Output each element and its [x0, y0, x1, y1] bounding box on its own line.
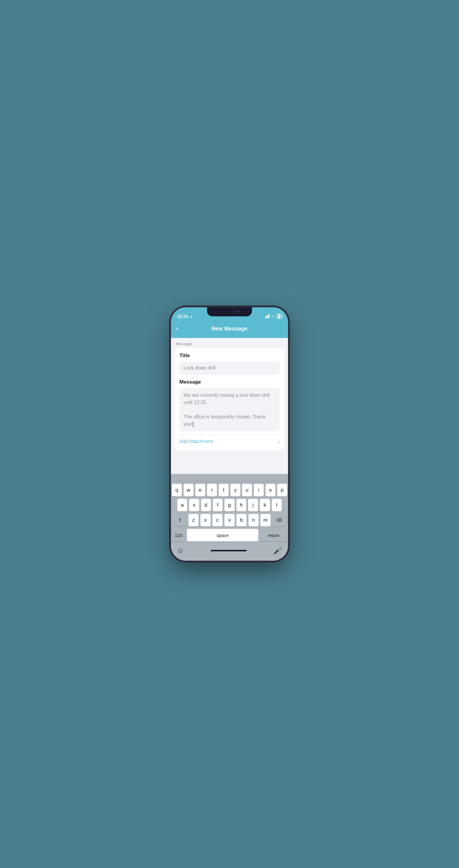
suggestion-center	[227, 477, 232, 479]
mic-icon[interactable]: 🎤	[273, 546, 282, 555]
back-button[interactable]: ‹	[176, 323, 180, 334]
attachment-label[interactable]: Add Attachment	[179, 439, 213, 444]
status-icons: ∿ ▓	[265, 313, 282, 319]
key-r[interactable]: r	[207, 484, 217, 496]
return-key[interactable]: return	[260, 529, 287, 541]
key-o[interactable]: o	[265, 484, 275, 496]
key-k[interactable]: k	[260, 499, 270, 512]
key-u[interactable]: u	[242, 484, 252, 496]
message-label: Message	[179, 379, 280, 385]
suggestion-left	[189, 477, 194, 479]
backspace-key[interactable]: ⌫	[272, 514, 286, 526]
keyboard-suggestions	[172, 476, 287, 482]
key-t[interactable]: t	[219, 484, 229, 496]
number-key[interactable]: 123	[172, 529, 185, 541]
message-line1: We are currently having a lock down dril…	[184, 393, 270, 405]
location-icon: ▲	[189, 314, 193, 318]
key-v[interactable]: v	[224, 514, 235, 526]
key-l[interactable]: l	[272, 499, 282, 512]
status-time: 12:01 ▲	[177, 314, 193, 319]
section-label: Message	[171, 338, 288, 348]
key-q[interactable]: q	[172, 484, 182, 496]
message-card: Title Lock down drill Message We are cur…	[174, 348, 285, 450]
title-label: Title	[179, 353, 280, 359]
key-g[interactable]: g	[224, 499, 234, 512]
key-j[interactable]: j	[248, 499, 258, 512]
keyboard: q w e r t y u i o p a s d f g	[171, 474, 288, 561]
home-indicator	[210, 550, 247, 551]
key-f[interactable]: f	[213, 499, 223, 512]
key-a[interactable]: a	[177, 499, 187, 512]
key-n[interactable]: n	[249, 514, 259, 526]
chevron-right-icon: ›	[278, 439, 280, 444]
key-y[interactable]: y	[230, 484, 240, 496]
attachment-row[interactable]: Add Attachment ›	[179, 435, 280, 445]
keyboard-row-1: q w e r t y u i o p	[172, 484, 287, 496]
message-textarea[interactable]: We are currently having a lock down dril…	[179, 388, 280, 431]
shift-key[interactable]: ⇧	[173, 514, 187, 526]
key-p[interactable]: p	[277, 484, 287, 496]
page-title: New Message	[211, 326, 248, 332]
keyboard-row-3: ⇧ z x c v b n m ⌫	[172, 514, 287, 526]
key-z[interactable]: z	[188, 514, 199, 526]
key-b[interactable]: b	[236, 514, 247, 526]
signal-bars	[265, 314, 269, 318]
keyboard-bottom-row: 123 space return	[172, 529, 287, 544]
key-c[interactable]: c	[212, 514, 223, 526]
message-line2: The office is temporarily closed. Thank …	[184, 414, 265, 427]
emoji-mic-bar: ☺ 🎤	[172, 544, 287, 561]
keyboard-row-2: a s d f g h j k l	[172, 499, 287, 512]
key-x[interactable]: x	[200, 514, 210, 526]
suggestion-right	[265, 477, 270, 479]
wifi-icon: ∿	[271, 314, 274, 318]
battery-icon: ▓	[276, 313, 282, 319]
key-h[interactable]: h	[236, 499, 246, 512]
key-d[interactable]: d	[201, 499, 211, 512]
emoji-icon[interactable]: ☺	[177, 546, 184, 555]
time-display: 12:01	[177, 314, 188, 319]
navigation-header: ‹ New Message	[171, 320, 288, 338]
key-i[interactable]: i	[254, 484, 264, 496]
space-key[interactable]: space	[187, 529, 258, 541]
title-input[interactable]: Lock down drill	[179, 362, 280, 375]
key-e[interactable]: e	[195, 484, 205, 496]
key-s[interactable]: s	[189, 499, 199, 512]
key-w[interactable]: w	[184, 484, 194, 496]
key-m[interactable]: m	[260, 514, 271, 526]
